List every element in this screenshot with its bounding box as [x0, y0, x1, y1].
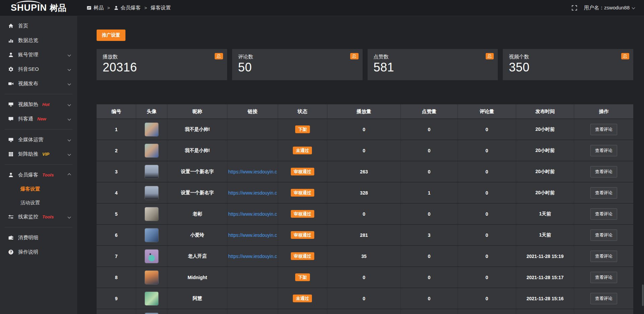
cell-nickname: 阿慧: [167, 288, 227, 309]
cell-plays: 281: [327, 225, 401, 245]
column-header: 评论量: [458, 104, 516, 118]
cell-likes: 0: [401, 267, 458, 287]
sidebar-item[interactable]: 账号管理: [0, 48, 77, 62]
scrollbar-thumb[interactable]: [642, 284, 644, 306]
view-comments-button[interactable]: 查看评论: [590, 124, 617, 135]
cell-actions: 查看评论: [574, 140, 633, 161]
sidebar-item[interactable]: 会员爆客 Tools: [0, 168, 77, 182]
status-badge: 未通过: [293, 147, 312, 154]
chevron-icon: [68, 173, 71, 177]
video-link[interactable]: https://www.iesdouyin.c: [228, 232, 277, 238]
chevron-icon: [68, 215, 71, 219]
cell-likes: 0: [401, 288, 458, 309]
table-row: 4 设置一个新名字 https://www.iesdouyin.c 审核通过 3…: [97, 182, 633, 204]
cell-publish-time: 2021-11-28 15:19: [516, 246, 574, 266]
breadcrumb-separator: >: [145, 5, 147, 10]
chevron-icon: [68, 153, 71, 156]
sidebar-item-tag: Tools: [42, 172, 54, 177]
status-badge: 下架: [295, 273, 310, 281]
status-badge: 未通过: [293, 295, 312, 302]
view-comments-button[interactable]: 查看评论: [590, 145, 617, 156]
cell-id: 2: [97, 140, 136, 161]
sidebar-item[interactable]: 首页: [0, 19, 77, 33]
cell-comments: 0: [458, 246, 516, 266]
user-icon: [8, 52, 14, 58]
sidebar-item[interactable]: 全媒体运营: [0, 133, 77, 147]
user-menu[interactable]: 用户名：zswodun88: [584, 5, 635, 11]
avatar-image: [145, 186, 158, 200]
sidebar-item-tag: New: [37, 116, 46, 121]
view-comments-button[interactable]: 查看评论: [590, 229, 617, 241]
column-header: 播放量: [327, 104, 401, 118]
cell-link: https://www.iesdouyin.c: [227, 182, 278, 203]
breadcrumb-item[interactable]: 树品: [87, 5, 104, 11]
stat-label: 评论数: [238, 54, 357, 60]
sidebar-item[interactable]: 抖客通 New: [0, 112, 77, 126]
cell-nickname: 老彬: [167, 204, 227, 224]
video-link[interactable]: https://www.iesdouyin.c: [228, 169, 277, 174]
view-comments-button[interactable]: 查看评论: [590, 272, 617, 283]
cell-comments: 0: [458, 161, 516, 182]
data-table: 编号头像昵称链接状态播放量点赞量评论量发布时间操作 1 我不是小帅! 下架 0 …: [97, 104, 633, 314]
cell-plays: 328: [327, 182, 401, 203]
gear-icon: [8, 66, 14, 72]
sidebar-item[interactable]: ? 操作说明: [0, 245, 77, 259]
sidebar-item[interactable]: 消费明细: [0, 230, 77, 245]
sidebar-item[interactable]: 矩阵助推 VIP: [0, 147, 77, 161]
stat-card: 播放数 20316 总: [97, 49, 227, 80]
cell-nickname: 设置一个新名字: [167, 161, 227, 182]
cell-comments: 0: [458, 225, 516, 245]
view-comments-button[interactable]: 查看评论: [590, 208, 617, 220]
video-camera-icon: [8, 81, 14, 87]
cell-avatar: [136, 246, 167, 266]
video-link[interactable]: https://www.iesdouyin.c: [228, 211, 277, 217]
status-badge: 审核通过: [291, 231, 314, 239]
cell-actions: 查看评论: [574, 119, 633, 140]
sidebar-item-tag: VIP: [42, 152, 49, 157]
sidebar-item[interactable]: 数据总览: [0, 33, 77, 48]
view-comments-button[interactable]: 查看评论: [590, 166, 617, 177]
status-badge: 下架: [295, 125, 310, 133]
cell-actions: 查看评论: [574, 161, 633, 182]
view-comments-button[interactable]: 查看评论: [590, 293, 617, 304]
sidebar-item[interactable]: 抖音SEO: [0, 62, 77, 76]
table-row: 6 小爱玲 https://www.iesdouyin.c 审核通过 281 3…: [97, 225, 633, 246]
sidebar-item[interactable]: 视频加热 Hot: [0, 97, 77, 112]
view-comments-button[interactable]: 查看评论: [590, 251, 617, 262]
cell-link: https://www.iesdouyin.c: [227, 246, 278, 266]
cell-nickname: 设置一个新名字: [167, 182, 227, 203]
video-link[interactable]: https://www.iesdouyin.c: [228, 254, 277, 259]
sidebar-item-tag: Hot: [42, 102, 50, 107]
cell-publish-time: 1天前: [516, 225, 574, 245]
sidebar-item[interactable]: 视频发布: [0, 76, 77, 91]
breadcrumb-item[interactable]: 会员爆客: [114, 5, 141, 11]
top-header: SHUPIN 树品 树品 > 会员爆客 > 爆客设置 用户名：zswodun88: [0, 0, 644, 16]
cell-avatar: [136, 225, 167, 245]
cell-comments: [458, 309, 516, 314]
avatar-image: [145, 207, 158, 221]
svg-text:?: ?: [10, 250, 12, 254]
status-badge: 审核通过: [291, 252, 314, 260]
sidebar-item[interactable]: 线索监控 Tools: [0, 210, 77, 224]
table-row: 8 Midnight 下架 0 0 0 2021-11-28 15:17 查看评…: [97, 267, 633, 288]
promo-settings-button[interactable]: 推广设置: [97, 30, 125, 41]
main-content: 推广设置 播放数 20316 总 评论数 50 总 点赞数 581 总 视频个数…: [77, 16, 644, 314]
cell-status: 审核通过: [278, 182, 327, 203]
avatar-image: [145, 228, 158, 242]
view-comments-button[interactable]: 查看评论: [590, 187, 617, 199]
table-header-row: 编号头像昵称链接状态播放量点赞量评论量发布时间操作: [97, 104, 633, 119]
stat-total-badge: 总: [350, 53, 359, 59]
cell-likes: 0: [401, 161, 458, 182]
breadcrumb-item[interactable]: 爆客设置: [151, 5, 171, 11]
sidebar-subitem[interactable]: 爆客设置: [0, 182, 77, 196]
stat-cards: 播放数 20316 总 评论数 50 总 点赞数 581 总 视频个数 350 …: [97, 49, 633, 80]
cell-comments: 0: [458, 119, 516, 140]
table-row: 3 设置一个新名字 https://www.iesdouyin.c 审核通过 2…: [97, 161, 633, 182]
column-header: 操作: [574, 104, 633, 118]
sidebar-subitem[interactable]: 活动设置: [0, 196, 77, 210]
chevron-icon: [68, 138, 71, 142]
video-link[interactable]: https://www.iesdouyin.c: [228, 190, 277, 196]
chevron-icon: [68, 117, 71, 121]
stat-total-badge: 总: [486, 53, 494, 59]
fullscreen-icon[interactable]: [572, 5, 577, 11]
